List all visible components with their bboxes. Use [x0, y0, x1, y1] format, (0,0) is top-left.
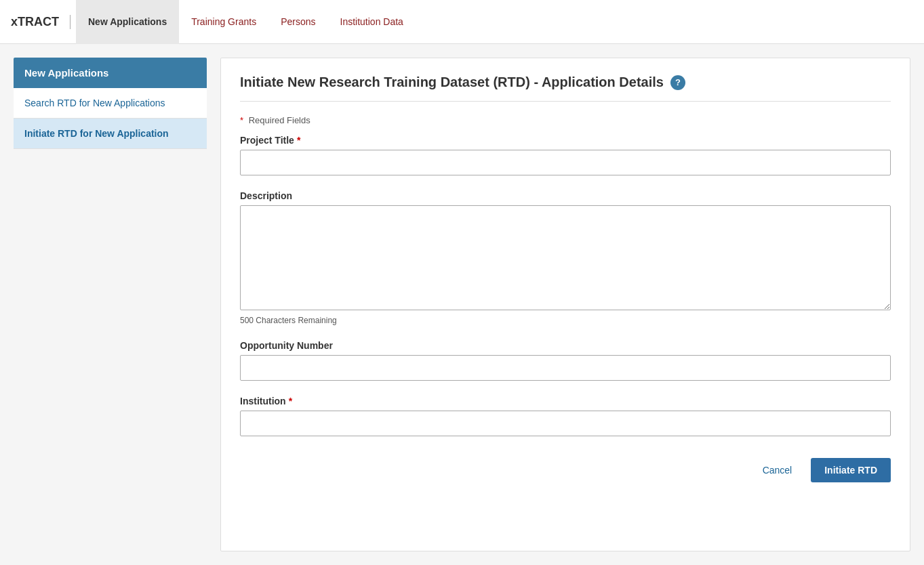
nav-item-persons[interactable]: Persons — [268, 0, 327, 44]
brand-logo: xTRACT — [11, 15, 71, 29]
nav-item-training-grants[interactable]: Training Grants — [179, 0, 268, 44]
main-layout: New Applications Search RTD for New Appl… — [0, 44, 924, 565]
nav-item-institution-data[interactable]: Institution Data — [328, 0, 416, 44]
description-label: Description — [240, 190, 891, 201]
project-title-group: Project Title * — [240, 135, 891, 175]
cancel-button[interactable]: Cancel — [755, 459, 801, 481]
content-area: Initiate New Research Training Dataset (… — [220, 58, 910, 551]
required-star: * — [240, 115, 243, 125]
page-title-container: Initiate New Research Training Dataset (… — [240, 75, 891, 102]
opportunity-number-group: Opportunity Number — [240, 340, 891, 381]
description-group: Description 500 Characters Remaining — [240, 190, 891, 325]
institution-required-star: * — [289, 396, 292, 406]
project-title-required-star: * — [297, 135, 300, 146]
char-remaining: 500 Characters Remaining — [240, 316, 891, 325]
sidebar-item-initiate-rtd[interactable]: Initiate RTD for New Application — [14, 119, 207, 149]
sidebar: New Applications Search RTD for New Appl… — [14, 58, 207, 551]
required-note: * Required Fields — [240, 115, 891, 125]
project-title-input[interactable] — [240, 150, 891, 175]
nav-item-new-applications[interactable]: New Applications — [76, 0, 179, 44]
page-title-text: Initiate New Research Training Dataset (… — [240, 75, 664, 90]
sidebar-header: New Applications — [14, 58, 207, 88]
form-actions: Cancel Initiate RTD — [240, 451, 891, 482]
sidebar-item-search-rtd[interactable]: Search RTD for New Applications — [14, 88, 207, 119]
project-title-label: Project Title * — [240, 135, 891, 146]
institution-label: Institution * — [240, 396, 891, 406]
description-textarea[interactable] — [240, 205, 891, 310]
opportunity-number-label: Opportunity Number — [240, 340, 891, 351]
institution-input[interactable] — [240, 411, 891, 436]
help-icon[interactable]: ? — [670, 75, 685, 90]
initiate-rtd-button[interactable]: Initiate RTD — [811, 458, 891, 482]
opportunity-number-input[interactable] — [240, 355, 891, 381]
institution-group: Institution * — [240, 396, 891, 436]
top-nav: xTRACT New Applications Training Grants … — [0, 0, 924, 44]
